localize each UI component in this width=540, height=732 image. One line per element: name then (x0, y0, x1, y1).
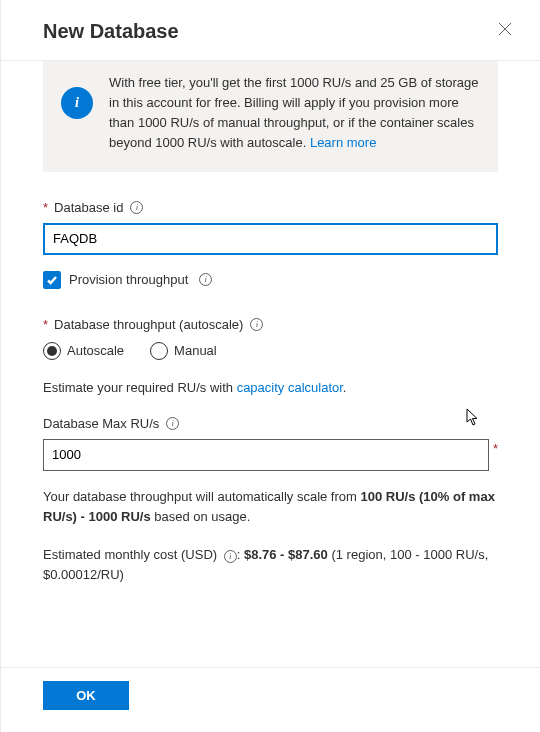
free-tier-info-box: i With free tier, you'll get the first 1… (43, 61, 498, 172)
panel-title: New Database (43, 20, 179, 43)
divider (1, 667, 540, 668)
info-text: With free tier, you'll get the first 100… (109, 73, 480, 154)
info-icon[interactable]: i (130, 201, 143, 214)
radio-autoscale[interactable]: Autoscale (43, 342, 124, 360)
info-icon[interactable]: i (250, 318, 263, 331)
radio-manual[interactable]: Manual (150, 342, 217, 360)
checkmark-icon (46, 274, 58, 286)
info-icon[interactable]: i (224, 550, 237, 563)
throughput-mode-radio-group: Autoscale Manual (43, 342, 498, 360)
radio-icon (43, 342, 61, 360)
scale-description: Your database throughput will automatica… (43, 487, 498, 527)
close-button[interactable] (494, 18, 516, 44)
database-id-label: * Database id i (43, 200, 498, 215)
close-icon (498, 22, 512, 36)
provision-throughput-label: Provision throughput (69, 272, 188, 287)
max-ru-input[interactable] (43, 439, 489, 471)
max-ru-label: Database Max RU/s i (43, 416, 498, 431)
estimate-text: Estimate your required RU/s with capacit… (43, 378, 498, 398)
provision-throughput-checkbox[interactable] (43, 271, 61, 289)
estimated-cost-text: Estimated monthly cost (USD) i: $8.76 - … (43, 545, 498, 585)
info-icon[interactable]: i (199, 273, 212, 286)
database-throughput-label: * Database throughput (autoscale) i (43, 317, 498, 332)
radio-icon (150, 342, 168, 360)
capacity-calculator-link[interactable]: capacity calculator (237, 380, 343, 395)
ok-button[interactable]: OK (43, 681, 129, 710)
info-icon: i (61, 87, 93, 119)
info-icon[interactable]: i (166, 417, 179, 430)
learn-more-link[interactable]: Learn more (310, 135, 376, 150)
database-id-input[interactable] (43, 223, 498, 255)
